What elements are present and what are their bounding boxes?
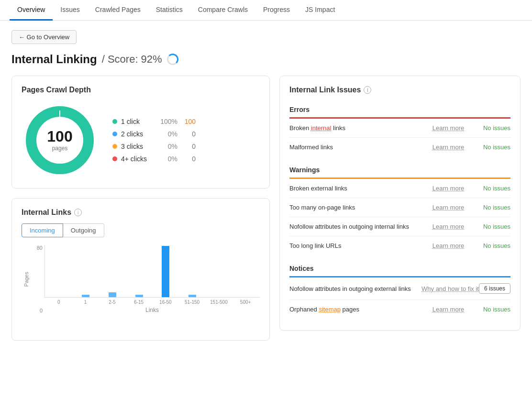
learn-more-nofollow-internal[interactable]: Learn more [424,223,472,230]
nav-bar: Overview Issues Crawled Pages Statistics… [0,0,532,21]
status-too-many-links: No issues [472,204,510,211]
x-axis-title: Links [44,307,260,313]
legend-label-3clicks: 3 clicks [121,143,155,150]
issues-title: Internal Link Issues i [289,86,510,94]
status-malformed: No issues [472,144,510,151]
learn-more-orphaned[interactable]: Learn more [424,306,472,313]
status-nofollow-internal: No issues [472,223,510,230]
donut-center: 100 pages [47,129,72,152]
errors-section: Errors Broken internal links Learn more … [289,102,510,156]
y-label-80: 80 [37,245,43,251]
learn-more-too-many-links[interactable]: Learn more [424,204,472,211]
content-columns: Pages Crawl Depth 100 [11,76,521,341]
bar-3 [135,295,143,297]
issue-row-broken-internal: Broken internal links Learn more No issu… [289,119,510,138]
legend-dot-2clicks [112,132,117,136]
bar-group-3 [127,295,152,297]
learn-more-long-urls[interactable]: Learn more [424,242,472,249]
score-spinner-icon [167,54,178,65]
back-button[interactable]: ← Go to Overview [11,30,77,44]
issue-name-broken-internal: Broken internal links [289,124,424,132]
nav-item-overview[interactable]: Overview [10,0,53,21]
legend-item-3clicks: 3 clicks 0% 0 [112,143,196,150]
status-orphaned: No issues [472,306,510,313]
legend-item-2clicks: 2 clicks 0% 0 [112,130,196,138]
x-label-7: 500+ [233,300,258,305]
bar-chart: Pages 80 0 [22,245,260,331]
donut-number: 100 [47,129,72,144]
y-labels: 80 0 [32,245,43,313]
issue-row-broken-external: Broken external links Learn more No issu… [289,179,510,198]
x-label-5: 51-150 [180,300,205,305]
status-broken-internal: No issues [472,124,510,132]
tab-incoming[interactable]: Incoming [22,223,63,237]
internal-links-card: Internal Links i Incoming Outgoing Pages… [11,198,270,341]
status-long-urls: No issues [472,242,510,249]
x-label-3: 6-15 [126,300,151,305]
issue-name-nofollow-external: Nofollow attributes in outgoing external… [289,285,421,292]
issue-name-nofollow-internal: Nofollow attributes in outgoing internal… [289,223,424,230]
notices-heading: Notices [289,261,510,276]
learn-more-malformed[interactable]: Learn more [424,144,472,151]
legend-count-1click: 100 [181,118,196,125]
learn-more-nofollow-external[interactable]: Why and how to fix it [421,285,479,292]
warnings-heading: Warnings [289,162,510,178]
issues-card: Internal Link Issues i Errors Broken int… [279,76,521,331]
bar-1 [82,295,89,297]
issue-name-malformed: Malformed links [289,144,424,151]
nav-item-progress[interactable]: Progress [255,0,298,21]
nav-item-compare-crawls[interactable]: Compare Crawls [190,0,255,21]
status-broken-external: No issues [472,185,510,192]
bar-5 [188,295,196,297]
nav-item-crawled-pages[interactable]: Crawled Pages [88,0,148,21]
donut-label: pages [47,145,72,152]
left-column: Pages Crawl Depth 100 [11,76,270,341]
donut-chart: 100 pages [22,102,98,178]
legend-pct-2clicks: 0% [158,130,177,138]
legend-dot-3clicks [112,144,117,149]
issue-name-long-urls: Too long link URLs [289,242,424,249]
legend-item-4clicks: 4+ clicks 0% 0 [112,155,196,163]
page-title: Internal Linking [11,53,97,66]
badge-nofollow-external: 6 issues [479,283,510,294]
donut-section: 100 pages 1 click 100% 100 [22,102,260,178]
internal-links-title-row: Internal Links i [22,208,260,217]
right-column: Internal Link Issues i Errors Broken int… [279,76,521,341]
main-content: ← Go to Overview Internal Linking / Scor… [0,21,532,350]
tab-outgoing[interactable]: Outgoing [63,223,104,237]
legend-dot-1click [112,119,117,124]
issue-row-too-many-links: Too many on-page links Learn more No iss… [289,198,510,217]
nav-item-statistics[interactable]: Statistics [148,0,190,21]
bar-group-2 [100,292,125,297]
issue-row-nofollow-external: Nofollow attributes in outgoing external… [289,278,510,300]
score-label: / Score: 92% [102,53,162,66]
learn-more-broken-external[interactable]: Learn more [424,185,472,192]
info-icon[interactable]: i [74,209,82,216]
bars-area [44,245,260,298]
internal-links-title: Internal Links [22,208,71,217]
issues-info-icon[interactable]: i [364,86,371,94]
x-label-2: 2-5 [100,300,125,305]
bar-group-1 [74,295,99,297]
issue-row-long-urls: Too long link URLs Learn more No issues [289,236,510,255]
crawl-depth-title: Pages Crawl Depth [22,86,260,94]
x-label-6: 151-500 [207,300,232,305]
legend-pct-1click: 100% [158,118,177,125]
legend-dot-4clicks [112,156,117,161]
issue-name-orphaned: Orphaned sitemap pages [289,306,424,313]
issue-row-nofollow-internal: Nofollow attributes in outgoing internal… [289,217,510,236]
page-header: Internal Linking / Score: 92% [11,53,521,66]
legend-count-2clicks: 0 [181,130,196,138]
nav-item-issues[interactable]: Issues [53,0,87,21]
legend-label-1click: 1 click [121,118,155,125]
internal-links-tabs: Incoming Outgoing [22,223,260,237]
nav-item-js-impact[interactable]: JS Impact [298,0,343,21]
crawl-depth-legend: 1 click 100% 100 2 clicks 0% 0 3 c [112,118,196,163]
legend-count-4clicks: 0 [181,155,196,163]
bar-4 [162,246,169,297]
legend-pct-3clicks: 0% [158,143,177,150]
issue-name-broken-external: Broken external links [289,185,424,192]
legend-label-2clicks: 2 clicks [121,130,155,138]
crawl-depth-card: Pages Crawl Depth 100 [11,76,270,189]
learn-more-broken-internal[interactable]: Learn more [424,124,472,132]
